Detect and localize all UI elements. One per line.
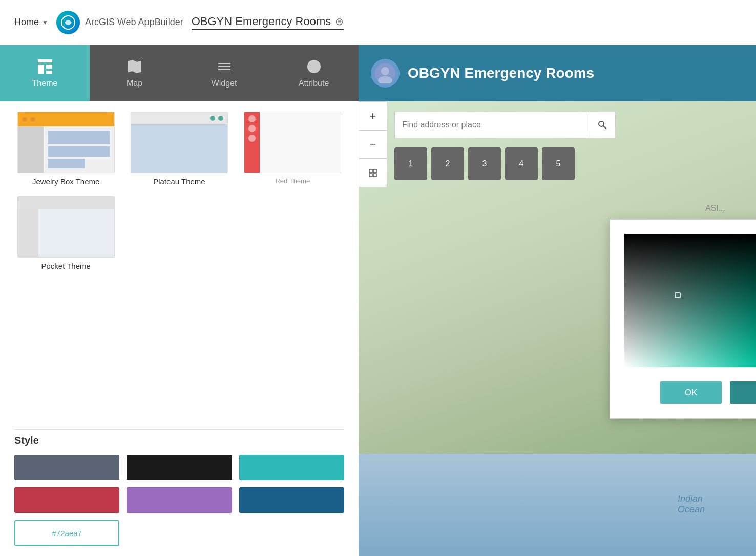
tab-attribute-label: Attribute (299, 79, 329, 88)
theme-thumb-plateau (131, 112, 228, 173)
tab-map[interactable]: Map (90, 45, 179, 101)
arcgis-logo (56, 11, 80, 34)
ok-button[interactable]: OK (660, 381, 722, 404)
picker-body: r h ° g s % b v (624, 234, 756, 367)
right-panel: OBGYN Emergency Rooms IndianOcean ASI...… (359, 45, 756, 556)
svg-rect-4 (46, 71, 52, 74)
theme-item-red-accent[interactable]: Red Theme (241, 112, 344, 186)
theme-thumb-jewelry-box (17, 112, 115, 173)
theme-thumb-red-accent (244, 112, 341, 173)
swatch-black[interactable] (127, 455, 232, 480)
theme-item-jewelry-box[interactable]: Jewelry Box Theme (14, 112, 117, 186)
swatch-teal[interactable] (239, 455, 344, 480)
swatch-navy[interactable] (239, 487, 344, 513)
left-panel: Theme Map Widget (0, 45, 359, 556)
logo-area: ArcGIS Web AppBuilder (56, 11, 183, 34)
color-picker-modal: r h ° g s % b v (610, 219, 756, 419)
home-button[interactable]: Home ▼ (14, 17, 48, 28)
svg-point-11 (311, 64, 317, 69)
nav-tabs: Theme Map Widget (0, 45, 359, 101)
tab-widget-label: Widget (212, 79, 237, 88)
style-swatches: #72aea7 (14, 455, 344, 546)
theme-item-pocket[interactable]: Pocket Theme (14, 196, 117, 270)
modal-overlay: r h ° g s % b v (359, 45, 756, 556)
swatch-red[interactable] (14, 487, 119, 513)
gradient-canvas[interactable] (624, 234, 756, 367)
theme-label-red-accent: Red Theme (275, 177, 310, 185)
theme-content: Jewelry Box Theme Plateau Theme (0, 101, 359, 424)
theme-label-jewelry-box: Jewelry Box Theme (32, 177, 99, 186)
tab-theme-label: Theme (32, 79, 58, 88)
app-title-text: OBGYN Emergency Rooms (192, 15, 331, 28)
swatch-custom[interactable]: #72aea7 (14, 520, 119, 546)
theme-thumb-pocket (17, 196, 115, 258)
swatch-purple[interactable] (127, 487, 232, 513)
theme-item-plateau[interactable]: Plateau Theme (128, 112, 230, 186)
gradient-cursor (675, 292, 681, 298)
apply-button[interactable]: Apply (730, 381, 756, 404)
theme-grid: Jewelry Box Theme Plateau Theme (14, 112, 344, 270)
top-bar: Home ▼ ArcGIS Web AppBuilder OBGYN Emerg… (0, 0, 756, 45)
theme-label-plateau: Plateau Theme (153, 177, 205, 186)
swatch-slate[interactable] (14, 455, 119, 480)
tab-map-label: Map (127, 79, 142, 88)
svg-rect-2 (38, 65, 44, 74)
main-area: Theme Map Widget (0, 45, 756, 556)
svg-rect-3 (46, 65, 52, 69)
picker-footer: OK Apply Cancel Apply (624, 381, 756, 404)
divider (14, 429, 344, 430)
tab-theme[interactable]: Theme (0, 45, 90, 101)
svg-rect-1 (38, 59, 52, 62)
theme-label-pocket: Pocket Theme (41, 262, 90, 270)
tab-widget[interactable]: Widget (179, 45, 269, 101)
swatch-custom-label: #72aea7 (52, 529, 81, 538)
home-label: Home (14, 17, 39, 28)
tab-attribute[interactable]: Attribute (269, 45, 359, 101)
chevron-down-icon: ▼ (42, 19, 48, 26)
app-title: OBGYN Emergency Rooms ⊜ (192, 15, 344, 30)
style-section: Style #72aea7 (0, 435, 359, 556)
app-name-label: ArcGIS Web AppBuilder (85, 17, 183, 28)
style-title: Style (14, 435, 344, 446)
settings-icon[interactable]: ⊜ (335, 15, 344, 28)
